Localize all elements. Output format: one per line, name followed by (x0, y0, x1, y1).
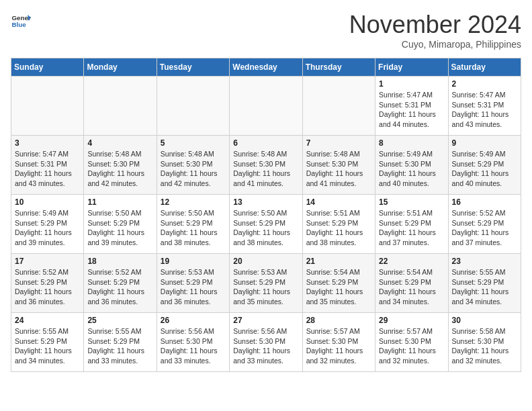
calendar-cell: 10Sunrise: 5:49 AM Sunset: 5:29 PM Dayli… (11, 195, 84, 254)
logo-icon: General Blue (11, 11, 31, 31)
day-info: Sunrise: 5:52 AM Sunset: 5:29 PM Dayligh… (15, 267, 80, 307)
calendar-cell: 18Sunrise: 5:52 AM Sunset: 5:29 PM Dayli… (84, 254, 157, 313)
day-info: Sunrise: 5:48 AM Sunset: 5:30 PM Dayligh… (306, 149, 371, 189)
calendar-cell: 2Sunrise: 5:47 AM Sunset: 5:31 PM Daylig… (448, 77, 521, 136)
calendar-cell: 17Sunrise: 5:52 AM Sunset: 5:29 PM Dayli… (11, 254, 84, 313)
calendar-cell: 9Sunrise: 5:49 AM Sunset: 5:29 PM Daylig… (448, 136, 521, 195)
day-number: 8 (379, 138, 444, 148)
day-info: Sunrise: 5:51 AM Sunset: 5:29 PM Dayligh… (379, 208, 444, 248)
day-info: Sunrise: 5:50 AM Sunset: 5:29 PM Dayligh… (233, 208, 298, 248)
weekday-header-saturday: Saturday (448, 58, 521, 77)
calendar-cell: 25Sunrise: 5:55 AM Sunset: 5:29 PM Dayli… (84, 313, 157, 372)
day-info: Sunrise: 5:58 AM Sunset: 5:30 PM Dayligh… (452, 326, 517, 366)
day-number: 28 (306, 316, 371, 325)
calendar-cell: 13Sunrise: 5:50 AM Sunset: 5:29 PM Dayli… (230, 195, 302, 254)
day-info: Sunrise: 5:49 AM Sunset: 5:29 PM Dayligh… (15, 208, 80, 248)
day-number: 14 (306, 197, 371, 207)
weekday-header-thursday: Thursday (302, 58, 375, 77)
month-title: November 2024 (349, 11, 521, 39)
calendar-cell: 8Sunrise: 5:49 AM Sunset: 5:30 PM Daylig… (375, 136, 448, 195)
calendar-cell: 6Sunrise: 5:48 AM Sunset: 5:30 PM Daylig… (230, 136, 302, 195)
calendar-cell: 20Sunrise: 5:53 AM Sunset: 5:29 PM Dayli… (230, 254, 302, 313)
week-row-4: 17Sunrise: 5:52 AM Sunset: 5:29 PM Dayli… (11, 254, 521, 313)
day-number: 18 (87, 257, 152, 266)
calendar-cell: 30Sunrise: 5:58 AM Sunset: 5:30 PM Dayli… (448, 313, 521, 372)
weekday-header-wednesday: Wednesday (230, 58, 302, 77)
calendar-cell (157, 77, 229, 136)
day-info: Sunrise: 5:56 AM Sunset: 5:30 PM Dayligh… (233, 326, 298, 366)
week-row-2: 3Sunrise: 5:47 AM Sunset: 5:31 PM Daylig… (11, 136, 521, 195)
day-number: 16 (452, 197, 517, 207)
calendar-cell: 3Sunrise: 5:47 AM Sunset: 5:31 PM Daylig… (11, 136, 84, 195)
calendar-cell: 23Sunrise: 5:55 AM Sunset: 5:29 PM Dayli… (448, 254, 521, 313)
day-number: 1 (379, 79, 444, 89)
calendar-cell: 21Sunrise: 5:54 AM Sunset: 5:29 PM Dayli… (302, 254, 375, 313)
calendar-cell: 5Sunrise: 5:48 AM Sunset: 5:30 PM Daylig… (157, 136, 229, 195)
day-number: 26 (161, 316, 226, 325)
day-info: Sunrise: 5:52 AM Sunset: 5:29 PM Dayligh… (452, 208, 517, 248)
day-info: Sunrise: 5:54 AM Sunset: 5:29 PM Dayligh… (379, 267, 444, 307)
day-number: 29 (379, 316, 444, 325)
day-number: 4 (87, 138, 152, 148)
calendar-cell: 28Sunrise: 5:57 AM Sunset: 5:30 PM Dayli… (302, 313, 375, 372)
calendar-cell: 29Sunrise: 5:57 AM Sunset: 5:30 PM Dayli… (375, 313, 448, 372)
day-info: Sunrise: 5:50 AM Sunset: 5:29 PM Dayligh… (87, 208, 152, 248)
calendar-cell (230, 77, 302, 136)
day-info: Sunrise: 5:55 AM Sunset: 5:29 PM Dayligh… (87, 326, 152, 366)
day-number: 23 (452, 257, 517, 266)
day-info: Sunrise: 5:47 AM Sunset: 5:31 PM Dayligh… (379, 90, 444, 130)
day-number: 5 (161, 138, 226, 148)
day-info: Sunrise: 5:48 AM Sunset: 5:30 PM Dayligh… (161, 149, 226, 189)
day-info: Sunrise: 5:57 AM Sunset: 5:30 PM Dayligh… (379, 326, 444, 366)
calendar-cell: 24Sunrise: 5:55 AM Sunset: 5:29 PM Dayli… (11, 313, 84, 372)
calendar-cell: 4Sunrise: 5:48 AM Sunset: 5:30 PM Daylig… (84, 136, 157, 195)
day-number: 11 (87, 197, 152, 207)
week-row-1: 1Sunrise: 5:47 AM Sunset: 5:31 PM Daylig… (11, 77, 521, 136)
day-info: Sunrise: 5:50 AM Sunset: 5:29 PM Dayligh… (161, 208, 226, 248)
calendar-cell: 26Sunrise: 5:56 AM Sunset: 5:30 PM Dayli… (157, 313, 229, 372)
day-info: Sunrise: 5:53 AM Sunset: 5:29 PM Dayligh… (161, 267, 226, 307)
day-number: 13 (233, 197, 298, 207)
day-number: 25 (87, 316, 152, 325)
calendar-cell: 16Sunrise: 5:52 AM Sunset: 5:29 PM Dayli… (448, 195, 521, 254)
week-row-3: 10Sunrise: 5:49 AM Sunset: 5:29 PM Dayli… (11, 195, 521, 254)
day-number: 10 (15, 197, 80, 207)
title-block: November 2024 Cuyo, Mimaropa, Philippine… (349, 11, 521, 50)
day-info: Sunrise: 5:54 AM Sunset: 5:29 PM Dayligh… (306, 267, 371, 307)
calendar-cell: 22Sunrise: 5:54 AM Sunset: 5:29 PM Dayli… (375, 254, 448, 313)
day-info: Sunrise: 5:47 AM Sunset: 5:31 PM Dayligh… (452, 90, 517, 130)
page-header: General Blue November 2024 Cuyo, Mimarop… (11, 11, 521, 50)
day-number: 3 (15, 138, 80, 148)
weekday-header-friday: Friday (375, 58, 448, 77)
day-number: 17 (15, 257, 80, 266)
day-number: 2 (452, 79, 517, 89)
day-number: 22 (379, 257, 444, 266)
calendar-cell (302, 77, 375, 136)
day-number: 19 (161, 257, 226, 266)
week-row-5: 24Sunrise: 5:55 AM Sunset: 5:29 PM Dayli… (11, 313, 521, 372)
calendar-cell: 1Sunrise: 5:47 AM Sunset: 5:31 PM Daylig… (375, 77, 448, 136)
day-info: Sunrise: 5:52 AM Sunset: 5:29 PM Dayligh… (87, 267, 152, 307)
day-number: 21 (306, 257, 371, 266)
day-number: 24 (15, 316, 80, 325)
weekday-header-tuesday: Tuesday (157, 58, 229, 77)
location: Cuyo, Mimaropa, Philippines (349, 39, 521, 50)
day-number: 20 (233, 257, 298, 266)
day-number: 7 (306, 138, 371, 148)
calendar-cell: 14Sunrise: 5:51 AM Sunset: 5:29 PM Dayli… (302, 195, 375, 254)
day-number: 12 (161, 197, 226, 207)
calendar-cell: 7Sunrise: 5:48 AM Sunset: 5:30 PM Daylig… (302, 136, 375, 195)
weekday-header-row: SundayMondayTuesdayWednesdayThursdayFrid… (11, 58, 521, 77)
calendar-cell (84, 77, 157, 136)
logo: General Blue (11, 11, 31, 31)
day-info: Sunrise: 5:48 AM Sunset: 5:30 PM Dayligh… (87, 149, 152, 189)
day-number: 6 (233, 138, 298, 148)
calendar-cell: 12Sunrise: 5:50 AM Sunset: 5:29 PM Dayli… (157, 195, 229, 254)
weekday-header-monday: Monday (84, 58, 157, 77)
day-number: 9 (452, 138, 517, 148)
day-number: 15 (379, 197, 444, 207)
weekday-header-sunday: Sunday (11, 58, 84, 77)
day-info: Sunrise: 5:51 AM Sunset: 5:29 PM Dayligh… (306, 208, 371, 248)
day-info: Sunrise: 5:55 AM Sunset: 5:29 PM Dayligh… (15, 326, 80, 366)
calendar-cell: 19Sunrise: 5:53 AM Sunset: 5:29 PM Dayli… (157, 254, 229, 313)
